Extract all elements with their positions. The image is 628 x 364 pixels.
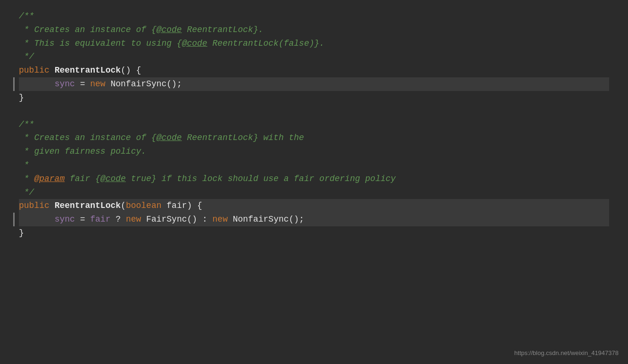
line-comment-6: * @param fair {@code true} if this lock … [19, 172, 609, 186]
comment-text-5: * [19, 158, 29, 172]
tag-code-3: @code [157, 131, 182, 145]
comment-text: * Creates an instance of { [19, 23, 157, 37]
classname-2: ReentrantLock [55, 199, 121, 213]
comment-text: ReentrantLock(false)}. [207, 37, 324, 50]
comment-text: /** [19, 9, 34, 23]
keyword-new-2: new [126, 213, 146, 226]
line-javadoc-open-1: /** [19, 9, 609, 23]
comment-text-2: /** [19, 118, 34, 132]
comment-text-4: * given fairness policy. [19, 145, 146, 158]
keyword-public-2: public [19, 199, 55, 213]
var-sync-2: sync [55, 213, 75, 226]
keyword-new-1: new [90, 77, 110, 91]
line-comment-1: * Creates an instance of {@code Reentran… [19, 23, 609, 37]
line-close-brace-1: } [19, 91, 609, 105]
comment-text-3: * Creates an instance of { [19, 131, 157, 145]
param-fair: fair) { [162, 199, 202, 213]
left-border-1 [13, 77, 15, 91]
class-nonfairsync-2: NonfairSync(); [233, 213, 304, 226]
line-body-2: sync = fair ? new FairSync() : new Nonfa… [19, 213, 609, 226]
tag-code-4: @code [100, 172, 126, 186]
comment-text-6c: true} if this lock should use a fair ord… [126, 172, 396, 186]
comment-text: * This is equivalent to using { [19, 37, 182, 50]
comment-text-6a: * [19, 172, 34, 186]
url-bar: https://blog.csdn.net/weixin_41947378 [514, 348, 619, 358]
line-method-sig-1: public ReentrantLock() { [19, 64, 609, 77]
class-nonfairsync-1: NonfairSync(); [110, 77, 182, 91]
comment-text-6b: fair { [65, 172, 100, 186]
paren-2: ( [121, 199, 126, 213]
comment-text-3b: ReentrantLock} with the [182, 131, 304, 145]
line-body-1: sync = new NonfairSync(); [19, 77, 609, 91]
left-border-2 [13, 213, 15, 226]
brace-1: } [19, 91, 24, 105]
line-javadoc-close-2: */ [19, 186, 609, 199]
indent-space-2 [19, 213, 55, 226]
var-sync-1: sync [55, 77, 75, 91]
code-container: /** * Creates an instance of {@code Reen… [0, 0, 628, 364]
tag-code-1: @code [157, 23, 182, 37]
keyword-public-1: public [19, 64, 55, 77]
line-javadoc-open-2: /** [19, 118, 609, 132]
line-comment-5: * [19, 158, 609, 172]
equals-1: = [75, 77, 90, 91]
line-close-brace-2: } [19, 226, 609, 240]
indent-space-1 [19, 77, 55, 91]
line-javadoc-close-1: */ [19, 50, 609, 64]
classname-1: ReentrantLock [55, 64, 121, 77]
comment-text: */ [19, 50, 34, 64]
line-comment-4: * given fairness policy. [19, 145, 609, 158]
keyword-new-3: new [213, 213, 233, 226]
brace-2: } [19, 226, 24, 240]
comment-text: ReentrantLock}. [182, 23, 264, 37]
var-fair: fair [90, 213, 110, 226]
line-comment-2: * This is equivalent to using {@code Ree… [19, 37, 609, 50]
equals-2: = [75, 213, 90, 226]
type-boolean: boolean [126, 199, 162, 213]
empty-line-1 [19, 105, 609, 118]
code-block: /** * Creates an instance of {@code Reen… [19, 9, 609, 240]
paren-1: () { [121, 64, 141, 77]
url-text: https://blog.csdn.net/weixin_41947378 [514, 349, 619, 356]
tag-code-2: @code [182, 37, 207, 50]
tag-param: @param [34, 172, 65, 186]
class-fairsync: FairSync() : [146, 213, 212, 226]
line-comment-3: * Creates an instance of {@code Reentran… [19, 131, 609, 145]
line-method-sig-2: public ReentrantLock(boolean fair) { [19, 199, 609, 213]
comment-text-7: */ [19, 186, 34, 199]
ternary-op: ? [110, 213, 125, 226]
